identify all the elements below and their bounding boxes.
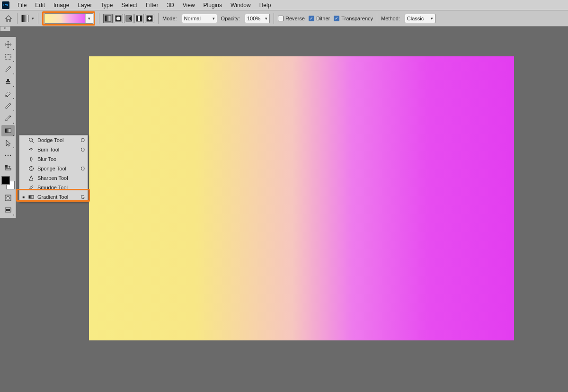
menu-3d[interactable]: 3D bbox=[162, 1, 178, 9]
move-tool[interactable] bbox=[1, 39, 15, 50]
dither-label: Dither bbox=[316, 16, 330, 21]
chevron-down-icon: ▾ bbox=[32, 16, 34, 21]
svg-rect-12 bbox=[5, 165, 8, 168]
flyout-label: Gradient Tool bbox=[37, 194, 76, 200]
gradient-linear-button[interactable] bbox=[103, 14, 113, 23]
flyout-shortcut: O bbox=[79, 147, 85, 152]
checkbox-icon bbox=[278, 16, 284, 21]
transparency-label: Transparency bbox=[341, 16, 373, 21]
document-canvas[interactable] bbox=[89, 56, 514, 340]
home-icon[interactable] bbox=[4, 14, 13, 23]
flyout-shortcut: G bbox=[79, 194, 85, 200]
chevron-down-icon: ▾ bbox=[265, 16, 267, 21]
flyout-label: Dodge Tool bbox=[37, 137, 76, 143]
flyout-blur-tool[interactable]: Blur Tool bbox=[19, 154, 88, 164]
svg-point-2 bbox=[116, 17, 120, 20]
gradient-diamond-button[interactable] bbox=[145, 14, 154, 23]
menu-file[interactable]: File bbox=[13, 1, 31, 9]
flyout-sharpen-tool[interactable]: Sharpen Tool bbox=[19, 173, 88, 183]
svg-point-11 bbox=[9, 155, 10, 156]
menu-edit[interactable]: Edit bbox=[31, 1, 49, 9]
method-select[interactable]: Classic ▾ bbox=[405, 14, 435, 23]
mode-value: Normal bbox=[184, 16, 210, 21]
menu-layer[interactable]: Layer bbox=[73, 1, 96, 9]
edit-toolbar[interactable] bbox=[1, 162, 15, 173]
flyout-sponge-tool[interactable]: Sponge Tool O bbox=[19, 164, 88, 173]
gradient-radial-button[interactable] bbox=[114, 14, 123, 23]
flyout-dodge-tool[interactable]: Dodge Tool O bbox=[19, 135, 88, 145]
chevron-down-icon: ▾ bbox=[85, 14, 93, 23]
menu-type[interactable]: Type bbox=[96, 1, 117, 9]
eyedropper-tool[interactable] bbox=[1, 63, 15, 75]
stamp-tool[interactable] bbox=[1, 76, 15, 87]
reverse-checkbox[interactable]: Reverse bbox=[278, 16, 305, 21]
menu-help[interactable]: Help bbox=[255, 1, 275, 9]
gradient-angle-button[interactable] bbox=[124, 14, 133, 23]
tool-preset-picker[interactable]: ▾ bbox=[21, 15, 34, 22]
gradient-reflected-button[interactable] bbox=[134, 14, 144, 23]
flyout-label: Blur Tool bbox=[37, 156, 76, 162]
flyout-burn-tool[interactable]: Burn Tool O bbox=[19, 145, 88, 154]
flyout-smudge-tool[interactable]: Smudge Tool bbox=[19, 183, 88, 192]
gradient-icon bbox=[28, 194, 35, 200]
opacity-value: 100% bbox=[247, 16, 262, 21]
menu-view[interactable]: View bbox=[178, 1, 199, 9]
quickmask-toggle[interactable] bbox=[1, 192, 15, 204]
svg-point-19 bbox=[29, 167, 34, 171]
method-label: Method: bbox=[381, 16, 400, 21]
separator bbox=[274, 13, 274, 24]
flyout-label: Sponge Tool bbox=[37, 166, 76, 171]
flyout-label: Sharpen Tool bbox=[37, 175, 76, 181]
gradient-tool[interactable] bbox=[1, 125, 15, 136]
more-tools[interactable] bbox=[1, 150, 15, 161]
menu-window[interactable]: Window bbox=[226, 1, 255, 9]
menu-plugins[interactable]: Plugins bbox=[199, 1, 226, 9]
sharpen-icon bbox=[28, 175, 35, 181]
opacity-input[interactable]: 100% ▾ bbox=[245, 14, 270, 23]
svg-rect-13 bbox=[5, 169, 11, 170]
separator bbox=[158, 13, 159, 24]
menu-filter[interactable]: Filter bbox=[142, 1, 163, 9]
gradient-picker[interactable]: ▾ bbox=[44, 13, 93, 24]
blur-icon bbox=[28, 156, 35, 162]
path-select-tool[interactable] bbox=[1, 137, 15, 149]
svg-rect-5 bbox=[138, 16, 140, 21]
svg-rect-0 bbox=[105, 16, 111, 21]
svg-point-15 bbox=[7, 196, 9, 199]
flyout-shortcut: O bbox=[79, 137, 85, 143]
svg-rect-7 bbox=[5, 54, 11, 59]
flyout-gradient-tool[interactable]: ■ Gradient Tool G bbox=[19, 192, 88, 202]
mode-label: Mode: bbox=[162, 16, 177, 21]
separator bbox=[17, 13, 18, 24]
brush-tool[interactable] bbox=[1, 100, 15, 112]
svg-point-18 bbox=[29, 138, 33, 142]
separator bbox=[377, 13, 377, 24]
dither-checkbox[interactable]: ✓ Dither bbox=[309, 16, 330, 21]
svg-rect-14 bbox=[5, 195, 11, 201]
svg-point-10 bbox=[7, 155, 8, 156]
panel-collapse-handle[interactable]: ›› bbox=[0, 27, 10, 31]
svg-point-21 bbox=[31, 167, 32, 168]
separator bbox=[99, 13, 99, 24]
history-brush-tool[interactable] bbox=[1, 113, 15, 124]
mode-select[interactable]: Normal ▾ bbox=[182, 14, 217, 23]
gradient-picker-highlight: ▾ bbox=[42, 11, 95, 26]
options-bar: ▾ ▾ Mode: Normal ▾ Opacity: 100% ▾ Rever… bbox=[0, 10, 568, 27]
flyout-label: Burn Tool bbox=[37, 147, 76, 152]
chevron-down-icon: ▾ bbox=[431, 16, 433, 21]
separator bbox=[38, 13, 38, 24]
transparency-checkbox[interactable]: ✓ Transparency bbox=[334, 16, 373, 21]
marquee-tool[interactable] bbox=[1, 51, 15, 62]
menu-image[interactable]: Image bbox=[49, 1, 73, 9]
menu-select[interactable]: Select bbox=[117, 1, 141, 9]
eraser-tool[interactable] bbox=[1, 88, 15, 99]
screenmode-toggle[interactable] bbox=[1, 205, 15, 216]
gradient-swatch-icon bbox=[21, 15, 29, 22]
color-swatches[interactable] bbox=[1, 176, 15, 189]
method-value: Classic bbox=[407, 16, 428, 21]
checkbox-checked-icon: ✓ bbox=[309, 16, 314, 21]
svg-point-23 bbox=[32, 169, 32, 169]
foreground-color-swatch[interactable] bbox=[1, 176, 10, 185]
tools-panel bbox=[0, 37, 16, 218]
svg-rect-17 bbox=[6, 209, 10, 211]
